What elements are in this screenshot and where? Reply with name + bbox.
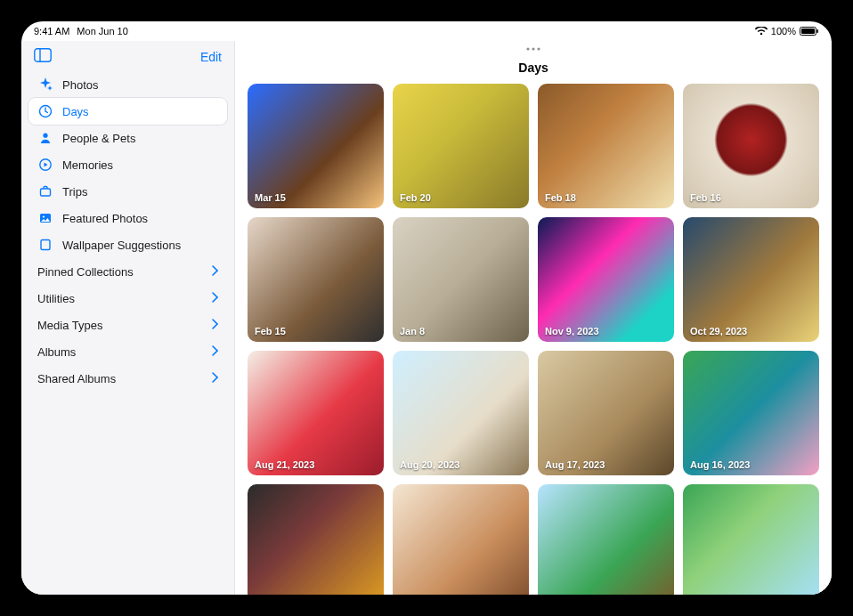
page-title: Days	[235, 57, 832, 84]
sparkle-icon	[37, 77, 53, 93]
day-thumb[interactable]: Aug 17, 2023	[538, 351, 674, 475]
day-thumb[interactable]	[683, 484, 819, 595]
status-time: 9:41 AM	[34, 26, 69, 36]
thumb-date: Aug 20, 2023	[400, 459, 459, 470]
photo-placeholder	[248, 84, 384, 208]
thumb-date: Feb 16	[690, 192, 721, 203]
day-thumb[interactable]	[248, 484, 384, 595]
sidebar-group-shared-albums[interactable]: Shared Albums	[28, 365, 227, 392]
more-handle[interactable]	[235, 41, 832, 57]
sidebar-item-label: Trips	[62, 185, 87, 199]
photo-placeholder	[393, 484, 529, 595]
sidebar-item-memories[interactable]: Memories	[28, 151, 227, 178]
suitcase-icon	[37, 183, 53, 199]
status-date: Mon Jun 10	[77, 26, 127, 36]
sidebar-group-albums[interactable]: Albums	[28, 338, 227, 365]
photo-placeholder	[538, 484, 674, 595]
sidebar-item-label: Days	[62, 105, 89, 118]
sidebar-toggle-icon[interactable]	[34, 48, 52, 66]
sidebar-group-label: Utilities	[37, 292, 75, 305]
person-icon	[37, 130, 53, 146]
sidebar-item-wallpaper-suggestions[interactable]: Wallpaper Suggestions	[28, 231, 227, 258]
day-thumb[interactable]: Aug 20, 2023	[393, 351, 529, 475]
day-thumb[interactable]: Aug 16, 2023	[683, 351, 819, 475]
day-thumb[interactable]: Feb 15	[248, 217, 384, 342]
sidebar-group-pinned-collections[interactable]: Pinned Collections	[28, 258, 227, 285]
screen: 9:41 AM Mon Jun 10 100% E	[21, 21, 832, 595]
sidebar-top: Edit	[28, 46, 227, 71]
day-thumb[interactable]: Feb 18	[538, 84, 674, 208]
sidebar-group-label: Shared Albums	[37, 372, 116, 385]
thumb-date: Jan 8	[400, 326, 425, 336]
photo-placeholder	[538, 217, 674, 342]
sidebar-item-featured-photos[interactable]: Featured Photos	[28, 205, 227, 231]
chevron-right-icon	[211, 292, 218, 305]
battery-percent: 100%	[771, 26, 796, 36]
device-frame: 9:41 AM Mon Jun 10 100% E	[0, 0, 853, 616]
sidebar-group-utilities[interactable]: Utilities	[28, 285, 227, 312]
photo-placeholder	[683, 484, 819, 595]
sidebar-group-label: Pinned Collections	[37, 265, 134, 279]
photo-placeholder	[248, 484, 384, 595]
thumb-date: Oct 29, 2023	[690, 326, 747, 336]
sidebar-item-photos[interactable]: Photos	[28, 71, 227, 98]
day-thumb[interactable]: Oct 29, 2023	[683, 217, 819, 342]
svg-point-6	[43, 134, 47, 138]
photo-placeholder	[393, 84, 529, 208]
photo-placeholder	[683, 351, 819, 475]
sidebar: Edit Photos Days	[21, 41, 235, 595]
thumb-date: Feb 20	[400, 192, 431, 203]
thumb-date: Feb 15	[255, 326, 286, 336]
chevron-right-icon	[211, 319, 218, 332]
photo-placeholder	[393, 217, 529, 342]
thumb-date: Aug 17, 2023	[545, 459, 605, 470]
photo-placeholder	[683, 84, 819, 208]
day-thumb[interactable]: Feb 16	[683, 84, 819, 208]
photo-placeholder	[393, 351, 529, 475]
svg-rect-11	[41, 240, 50, 250]
wifi-icon	[755, 27, 768, 36]
svg-point-10	[43, 215, 45, 217]
memories-icon	[37, 157, 53, 173]
svg-rect-1	[801, 28, 815, 34]
clock-icon	[37, 103, 53, 119]
thumb-date: Aug 16, 2023	[690, 459, 750, 470]
sidebar-group-label: Media Types	[37, 319, 102, 332]
wallpaper-icon	[37, 237, 53, 253]
svg-point-14	[537, 47, 540, 50]
sidebar-item-days[interactable]: Days	[28, 98, 227, 125]
day-thumb[interactable]: Feb 20	[393, 84, 529, 208]
svg-rect-8	[41, 189, 51, 196]
photo-placeholder	[538, 351, 674, 475]
photo-placeholder	[538, 84, 674, 208]
chevron-right-icon	[211, 265, 218, 279]
svg-rect-3	[35, 49, 51, 61]
photo-placeholder	[683, 217, 819, 342]
sidebar-item-label: Featured Photos	[62, 212, 148, 225]
photos-icon	[37, 210, 53, 226]
edit-button[interactable]: Edit	[200, 50, 222, 64]
sidebar-group-label: Albums	[37, 345, 76, 359]
day-thumb[interactable]: Mar 15	[248, 84, 384, 208]
day-thumb[interactable]: Jan 8	[393, 217, 529, 342]
sidebar-item-label: Memories	[62, 158, 113, 172]
svg-point-12	[526, 47, 529, 50]
sidebar-group-media-types[interactable]: Media Types	[28, 312, 227, 338]
sidebar-item-trips[interactable]: Trips	[28, 178, 227, 205]
sidebar-item-people-pets[interactable]: People & Pets	[28, 125, 227, 151]
status-left: 9:41 AM Mon Jun 10	[34, 26, 128, 36]
status-right: 100%	[755, 26, 819, 36]
status-bar: 9:41 AM Mon Jun 10 100%	[21, 21, 832, 41]
day-thumb[interactable]: Aug 21, 2023	[248, 351, 384, 475]
thumb-date: Nov 9, 2023	[545, 326, 599, 336]
day-thumb[interactable]: Nov 9, 2023	[538, 217, 674, 342]
days-grid[interactable]: Mar 15 Feb 20 Feb 18 Feb 16 Feb 15 Jan 8…	[235, 84, 832, 595]
thumb-date: Feb 18	[545, 192, 576, 203]
svg-rect-2	[817, 29, 819, 33]
chevron-right-icon	[211, 345, 218, 359]
photo-placeholder	[248, 351, 384, 475]
sidebar-item-label: Wallpaper Suggestions	[62, 239, 181, 252]
day-thumb[interactable]	[393, 484, 529, 595]
day-thumb[interactable]	[538, 484, 674, 595]
battery-icon	[800, 27, 819, 36]
